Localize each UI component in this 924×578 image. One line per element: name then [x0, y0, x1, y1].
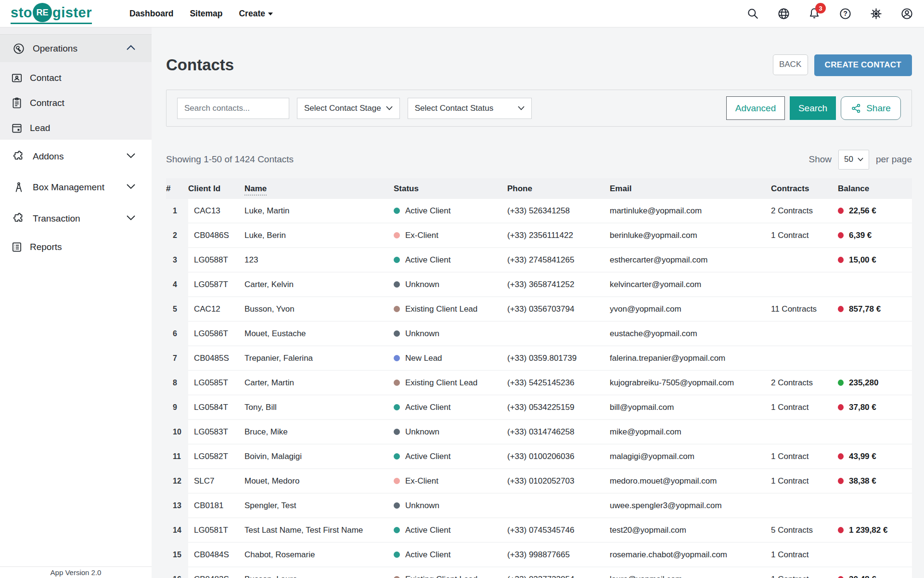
cell-client-id: LG0587T	[188, 280, 244, 289]
sidebar-item-operations[interactable]: Operations	[0, 34, 152, 62]
table-row[interactable]: 16CB0483SBusson, LaureExisting Client Le…	[166, 567, 912, 578]
table-row[interactable]: 13CB0181Spengler, TestUnknownuwee.spengl…	[166, 494, 912, 517]
cell-name: Mouet, Medoro	[244, 476, 394, 486]
table-row[interactable]: 6LG0586TMouet, EustacheUnknowneustache@y…	[166, 322, 912, 345]
page-header: Contacts BACK CREATE CONTACT	[166, 53, 912, 78]
contact-status-label: Select Contact Status	[415, 104, 493, 113]
balance-dot	[838, 478, 844, 484]
nav-sitemap[interactable]: Sitemap	[190, 9, 222, 19]
page-size-select[interactable]: 50	[838, 150, 869, 170]
help-icon[interactable]: ?	[838, 7, 852, 20]
table-row[interactable]: 1CAC13Luke, MartinActive Client(+33) 526…	[166, 199, 912, 223]
status-dot	[394, 330, 400, 337]
cell-name: Busson, Yvon	[244, 304, 394, 314]
table-row[interactable]: 4LG0587TCarter, KelvinUnknown(+33) 36587…	[166, 273, 912, 296]
contacts-table: # Client Id Name Status Phone Email Cont…	[166, 178, 912, 578]
table-row[interactable]: 14LG0581TTest Last Name, Test First Name…	[166, 518, 912, 542]
cell-status: Unknown	[394, 329, 507, 339]
sidebar-item-lead[interactable]: Lead	[0, 116, 152, 141]
top-navigation: Dashboard Sitemap Create	[129, 9, 273, 19]
balance-amount: 6,39 €	[849, 231, 872, 240]
page-title: Contacts	[166, 56, 234, 74]
show-label: Show	[808, 154, 832, 165]
app-logo[interactable]: sto RE gister	[11, 3, 92, 24]
cell-contracts: 5 Contracts	[771, 525, 838, 535]
notifications-bell-icon[interactable]: 3	[808, 7, 821, 20]
status-label: Active Client	[405, 452, 450, 461]
settings-gear-icon[interactable]	[869, 7, 883, 20]
cell-phone: (+33) 0337733054	[507, 575, 610, 578]
share-label: Share	[866, 103, 891, 114]
balance-dot	[838, 306, 844, 312]
status-dot	[394, 502, 400, 509]
cell-client-id: CB0181	[188, 501, 244, 511]
table-row[interactable]: 3LG0588T123Active Client(+33) 2745841265…	[166, 248, 912, 272]
cell-client-id: LG0588T	[188, 255, 244, 265]
status-dot	[394, 576, 400, 578]
globe-icon[interactable]	[777, 7, 790, 20]
status-dot	[394, 281, 400, 288]
cell-contracts: 1 Contract	[771, 452, 838, 461]
balance-dot	[838, 453, 844, 460]
sidebar-item-transaction[interactable]: Transaction	[0, 206, 152, 231]
contact-stage-select[interactable]: Select Contact Stage	[297, 98, 400, 119]
create-contact-button[interactable]: CREATE CONTACT	[814, 54, 912, 76]
share-button[interactable]: Share	[841, 96, 901, 120]
status-dot	[394, 208, 400, 214]
chevron-down-icon	[858, 158, 863, 161]
table-row[interactable]: 9LG0584TTony, BillActive Client(+33) 053…	[166, 395, 912, 419]
cell-client-id: CB0484S	[188, 550, 244, 560]
cell-balance: 38,38 €	[838, 476, 912, 486]
sidebar-item-contact[interactable]: Contact	[0, 66, 152, 91]
back-button[interactable]: BACK	[773, 54, 808, 75]
sidebar-item-reports[interactable]: Reports	[0, 235, 152, 260]
cell-email: falerina.trepanier@yopmail.com	[610, 354, 771, 363]
table-row[interactable]: 11LG0582TBoivin, MalagigiActive Client(+…	[166, 445, 912, 468]
top-bar: sto RE gister Dashboard Sitemap Create	[0, 0, 924, 27]
sidebar-item-box-management[interactable]: Box Management	[0, 175, 152, 200]
cell-status: Unknown	[394, 427, 507, 437]
app-version: App Version 2.0	[0, 566, 152, 578]
cell-email: martinluke@yopmail.com	[610, 206, 771, 216]
table-row[interactable]: 12SLC7Mouet, MedoroEx-Client(+33) 010205…	[166, 469, 912, 493]
search-icon[interactable]	[746, 7, 759, 20]
column-header-contracts: Contracts	[771, 184, 838, 194]
table-row[interactable]: 5CAC12Busson, YvonExisting Client Lead(+…	[166, 297, 912, 321]
balance-amount: 38,38 €	[849, 476, 876, 486]
cell-balance: 43,99 €	[838, 452, 912, 461]
search-button[interactable]: Search	[790, 96, 836, 120]
contact-status-select[interactable]: Select Contact Status	[408, 98, 532, 119]
status-dot	[394, 429, 400, 435]
cell-contracts: 1 Contract	[771, 550, 838, 560]
sidebar-item-label: Box Management	[33, 182, 104, 193]
row-number: 2	[166, 223, 188, 247]
cell-client-id: LG0584T	[188, 403, 244, 412]
svg-text:?: ?	[843, 10, 847, 17]
cell-status: Existing Client Lead	[394, 575, 507, 578]
nav-create-menu[interactable]: Create	[239, 9, 272, 19]
table-row[interactable]: 7CB0485STrepanier, FalerinaNew Lead(+33)…	[166, 346, 912, 370]
table-row[interactable]: 8LG0585TCarter, MartinExisting Client Le…	[166, 371, 912, 394]
advanced-button[interactable]: Advanced	[726, 96, 785, 120]
notification-count-badge: 3	[815, 3, 826, 13]
cell-email: berinluke@yopmail.com	[610, 231, 771, 240]
table-row[interactable]: 15CB0484SChabot, RosemarieActive Client(…	[166, 543, 912, 566]
user-profile-icon[interactable]	[900, 7, 913, 20]
sidebar-item-contract[interactable]: Contract	[0, 91, 152, 116]
table-row[interactable]: 10LG0583TBruce, MikeUnknown(+33) 0314746…	[166, 420, 912, 444]
column-header-client-id: Client Id	[188, 184, 244, 194]
chevron-up-icon	[126, 44, 136, 53]
sidebar-item-addons[interactable]: Addons	[0, 144, 152, 169]
search-contacts-input[interactable]	[177, 98, 289, 119]
status-label: Unknown	[405, 501, 439, 511]
filter-bar-actions: Advanced Search Share	[726, 96, 901, 120]
table-row[interactable]: 2CB0486SLuke, BerinEx-Client(+33) 235611…	[166, 223, 912, 247]
balance-amount: 22,56 €	[849, 206, 876, 216]
nav-dashboard[interactable]: Dashboard	[129, 9, 173, 19]
cell-name: Boivin, Malagigi	[244, 452, 394, 461]
column-header-name[interactable]: Name	[244, 184, 394, 194]
nav-create-label: Create	[239, 9, 265, 19]
cell-phone: (+33) 5425145236	[507, 378, 610, 388]
cell-email: mike@yopmail.com	[610, 427, 771, 437]
row-number: 8	[166, 371, 188, 394]
